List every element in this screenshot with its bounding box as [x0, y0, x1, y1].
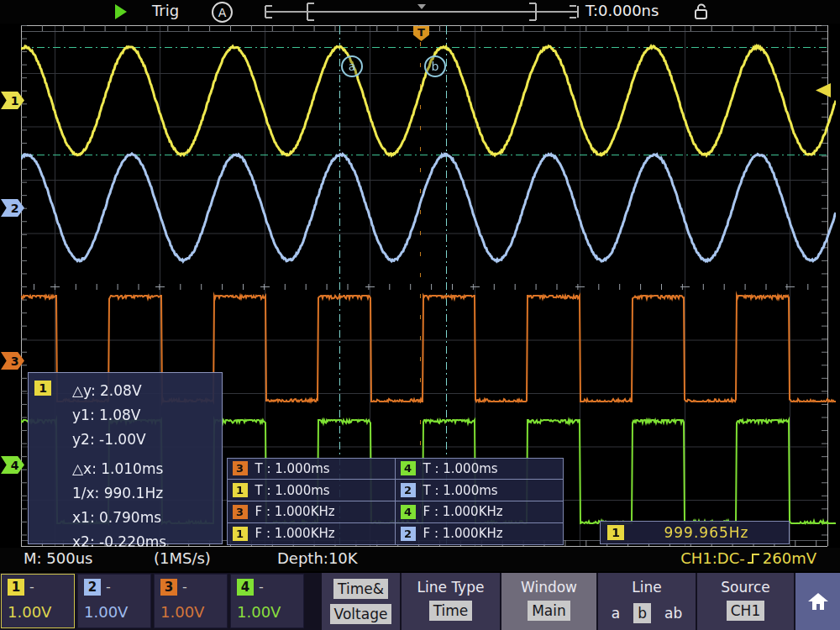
measure-ch2-freq: 2F : 1.000KHz [395, 522, 564, 545]
ch2-settings-box[interactable]: 2- 1.00V [77, 574, 151, 628]
freq-counter-value: 999.965Hz [624, 524, 789, 541]
line-option-b[interactable]: b [633, 603, 651, 623]
line-option-ab[interactable]: ab [664, 605, 682, 622]
cursor-a-handle[interactable]: a [341, 55, 363, 77]
trigger-settings-readout: CH1:DC- 260mV [680, 549, 816, 567]
ch4-settings-box[interactable]: 4- 1.00V [230, 574, 304, 628]
cursor-channel-badge: 1 [34, 381, 51, 396]
measure-ch3-period: 3T : 1.000ms [227, 458, 396, 480]
home-icon [806, 591, 830, 612]
cursor-measurement-panel: 1 △y: 2.08V y1: 1.08V y2: -1.00V △x: 1.0… [28, 372, 223, 544]
auto-measurements-panel: 3T : 1.000ms 4T : 1.000ms 1T : 1.000ms 2… [227, 458, 563, 544]
frequency-counter: 1 999.965Hz [600, 521, 790, 544]
cursor-b-handle[interactable]: b [424, 55, 446, 77]
measure-ch1-period: 1T : 1.000ms [227, 479, 396, 501]
trigger-time-readout: T:0.000ns [585, 2, 659, 19]
rising-edge-icon [747, 551, 761, 566]
cursor-y1: y1: 1.08V [72, 403, 222, 428]
ch3-settings-box[interactable]: 3- 1.00V [154, 574, 228, 628]
cursor-inv-x: 1/x: 990.1Hz [72, 481, 222, 506]
measure-ch4-period: 4T : 1.000ms [395, 458, 564, 480]
oscilloscope-screen: Trig A T:0.000ns T 1 2 3 4 a [0, 0, 840, 630]
unlock-icon[interactable] [692, 3, 711, 24]
sample-rate-readout: (1MS/s) [154, 549, 211, 567]
measure-ch4-freq: 4F : 1.000KHz [395, 501, 564, 523]
home-button[interactable] [795, 573, 840, 630]
run-play-icon [115, 4, 127, 19]
timebase-readout: M: 500us [24, 549, 92, 567]
cursor-x1: x1: 0.790ms [72, 506, 222, 530]
status-bar: M: 500us (1MS/s) Depth:10K CH1:DC- 260mV [0, 548, 840, 571]
line-option-a[interactable]: a [612, 605, 620, 622]
auto-trigger-icon: A [212, 2, 233, 23]
measure-ch3-freq: 3F : 1.000KHz [227, 501, 396, 523]
trig-status-label: Trig [152, 2, 179, 19]
ch1-settings-box[interactable]: 1- 1.00V [1, 574, 75, 628]
measure-ch2-period: 2T : 1.000ms [395, 479, 564, 501]
menu-line-type[interactable]: Line Type Time [402, 573, 500, 630]
cursor-delta-x: △x: 1.010ms [72, 457, 222, 481]
memory-depth-readout: Depth:10K [277, 549, 358, 567]
menu-time-voltage[interactable]: Time& Voltage [322, 573, 400, 630]
measure-ch1-freq: 1F : 1.000KHz [227, 522, 396, 545]
horizontal-position-indicator[interactable] [264, 0, 583, 24]
cursor-delta-y: △y: 2.08V [72, 379, 222, 403]
top-bar: Trig A T:0.000ns [0, 0, 840, 24]
bottom-menu-bar: 1- 1.00V 2- 1.00V 3- 1.00V 4- 1.00V Time… [0, 573, 840, 630]
menu-line[interactable]: Line a b ab [598, 573, 696, 630]
menu-source[interactable]: Source CH1 [697, 573, 794, 630]
cursor-y2: y2: -1.00V [72, 428, 222, 452]
freq-counter-channel-badge: 1 [607, 525, 624, 540]
menu-window[interactable]: Window Main [501, 573, 596, 630]
